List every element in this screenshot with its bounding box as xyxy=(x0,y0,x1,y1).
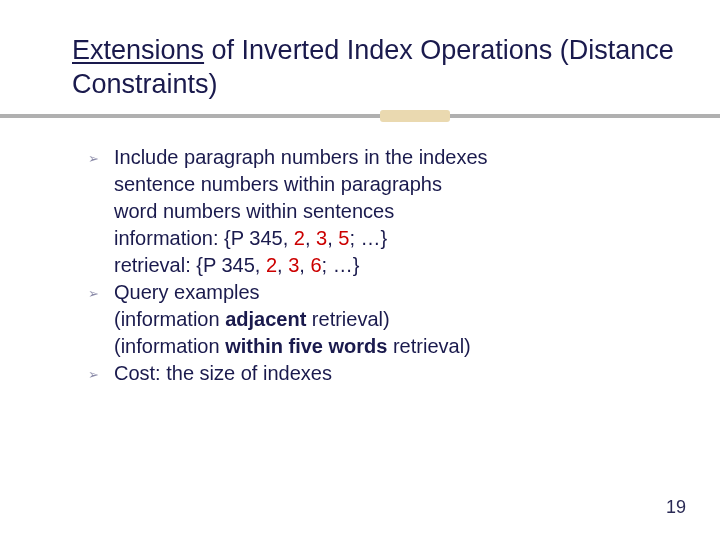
sub-text: retrieval) xyxy=(306,308,389,330)
title-underlined: Extensions xyxy=(72,35,204,65)
sub-text: , xyxy=(305,227,316,249)
divider xyxy=(0,108,720,126)
body: ➢ Include paragraph numbers in the index… xyxy=(0,126,720,387)
page-number: 19 xyxy=(666,497,686,518)
slide-title: Extensions of Inverted Index Operations … xyxy=(72,34,680,102)
sub-red: 2 xyxy=(266,254,277,276)
sub-text: , xyxy=(327,227,338,249)
bullet-lead: Query examples xyxy=(114,281,260,303)
bullet-icon: ➢ xyxy=(88,150,99,168)
bullet-sub: (information within five words retrieval… xyxy=(114,333,660,360)
bullet-lead: Include paragraph numbers in the indexes xyxy=(114,146,488,168)
sub-text: information: {P 345, xyxy=(114,227,294,249)
sub-text: , xyxy=(277,254,288,276)
bullet-sub: sentence numbers within paragraphs xyxy=(114,171,660,198)
bullet-sub: (information adjacent retrieval) xyxy=(114,306,660,333)
bullet-sub: information: {P 345, 2, 3, 5; …} xyxy=(114,225,660,252)
bullet-list: ➢ Include paragraph numbers in the index… xyxy=(114,144,660,387)
sub-text: retrieval) xyxy=(387,335,470,357)
slide: Extensions of Inverted Index Operations … xyxy=(0,0,720,540)
sub-text: ; …} xyxy=(322,254,360,276)
bullet-sub: word numbers within sentences xyxy=(114,198,660,225)
list-item: ➢ Cost: the size of indexes xyxy=(114,360,660,387)
list-item: ➢ Query examples (information adjacent r… xyxy=(114,279,660,360)
sub-bold: adjacent xyxy=(225,308,306,330)
bullet-icon: ➢ xyxy=(88,285,99,303)
divider-accent xyxy=(380,110,450,122)
title-block: Extensions of Inverted Index Operations … xyxy=(0,0,720,102)
bullet-icon: ➢ xyxy=(88,366,99,384)
divider-line xyxy=(0,114,720,118)
sub-red: 6 xyxy=(310,254,321,276)
sub-red: 3 xyxy=(288,254,299,276)
list-item: ➢ Include paragraph numbers in the index… xyxy=(114,144,660,279)
sub-bold: within five words xyxy=(225,335,387,357)
sub-text: retrieval: {P 345, xyxy=(114,254,266,276)
bullet-lead: Cost: the size of indexes xyxy=(114,362,332,384)
sub-text: , xyxy=(299,254,310,276)
sub-red: 3 xyxy=(316,227,327,249)
sub-red: 2 xyxy=(294,227,305,249)
sub-text: (information xyxy=(114,335,225,357)
sub-red: 5 xyxy=(338,227,349,249)
bullet-sub: retrieval: {P 345, 2, 3, 6; …} xyxy=(114,252,660,279)
sub-text: (information xyxy=(114,308,225,330)
sub-text: ; …} xyxy=(349,227,387,249)
